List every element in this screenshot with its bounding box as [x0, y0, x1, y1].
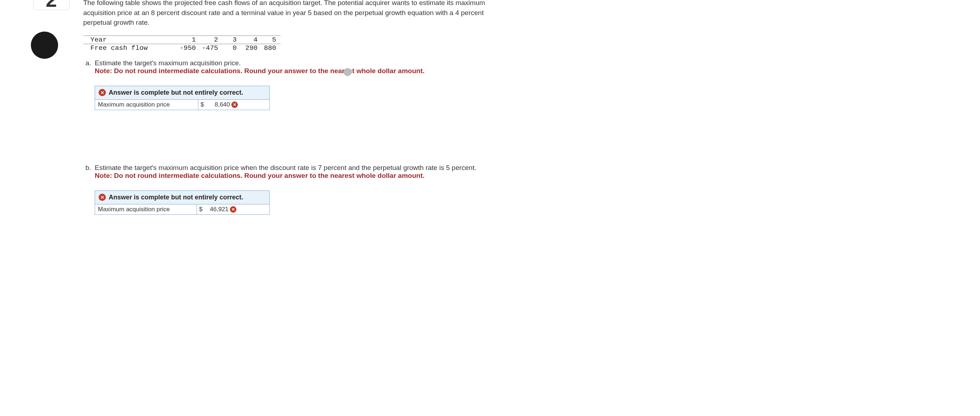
- question-number-chip: 2: [33, 0, 70, 10]
- fcf-value: 880: [260, 44, 280, 52]
- incorrect-icon: [231, 102, 238, 108]
- year-col: 5: [260, 35, 280, 44]
- part-a-answer-label: Maximum acquisition price: [95, 99, 198, 110]
- part-a-answer-value: 8,640: [207, 101, 230, 108]
- part-b: b. Estimate the target's maximum acquisi…: [83, 164, 506, 179]
- fcf-table: Year 1 2 3 4 5 Free cash flow -950 -475 …: [83, 35, 280, 52]
- part-a-answer-box: Answer is complete but not entirely corr…: [95, 86, 270, 110]
- part-b-prompt: Estimate the target's maximum acquisitio…: [95, 164, 476, 171]
- year-col: 1: [176, 35, 198, 44]
- part-b-answer-value: 46,921: [205, 206, 229, 213]
- year-col: 4: [239, 35, 260, 44]
- part-b-note: Note: Do not round intermediate calculat…: [95, 172, 425, 179]
- part-a-answer-cell[interactable]: $ 8,640: [198, 99, 269, 110]
- part-b-answer-cell[interactable]: $ 46,921: [197, 204, 269, 214]
- incorrect-icon: [230, 206, 236, 213]
- grey-dot-icon: [344, 68, 352, 76]
- part-b-banner-text: Answer is complete but not entirely corr…: [109, 194, 243, 201]
- currency-symbol: $: [199, 206, 204, 213]
- table-row-fcf-label: Free cash flow: [83, 44, 176, 52]
- question-number-text: 2: [46, 0, 57, 10]
- part-b-marker: b.: [83, 164, 91, 179]
- year-col: 2: [198, 35, 220, 44]
- part-a: a. Estimate the target's maximum acquisi…: [83, 59, 506, 75]
- year-col: 3: [220, 35, 239, 44]
- part-b-answer-box: Answer is complete but not entirely corr…: [95, 191, 270, 215]
- part-a-feedback-banner: Answer is complete but not entirely corr…: [95, 86, 269, 99]
- table-header-year: Year: [83, 35, 176, 44]
- part-a-prompt: Estimate the target's maximum acquisitio…: [95, 59, 241, 67]
- fcf-value: -475: [198, 44, 220, 52]
- part-b-feedback-banner: Answer is complete but not entirely corr…: [95, 191, 269, 204]
- fcf-value: 0: [220, 44, 239, 52]
- fcf-value: -950: [176, 44, 198, 52]
- part-a-marker: a.: [83, 59, 91, 75]
- bullet-icon: [31, 32, 58, 59]
- part-a-note: Note: Do not round intermediate calculat…: [95, 67, 425, 75]
- fcf-value: 290: [239, 44, 260, 52]
- currency-symbol: $: [200, 101, 205, 108]
- incorrect-icon: [99, 89, 106, 96]
- incorrect-icon: [99, 194, 106, 201]
- part-a-banner-text: Answer is complete but not entirely corr…: [109, 89, 243, 97]
- problem-intro: The following table shows the projected …: [83, 0, 506, 28]
- part-b-answer-label: Maximum acquisition price: [95, 204, 197, 214]
